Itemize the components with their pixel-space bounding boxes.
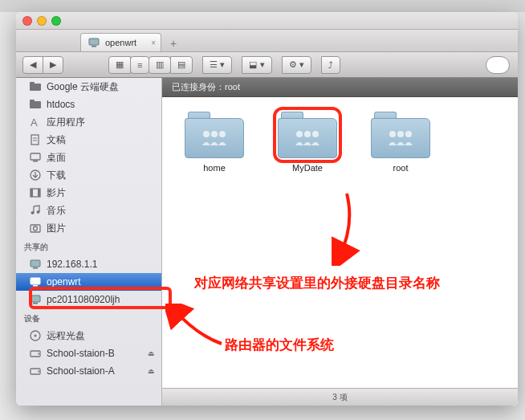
- sidebar: Google 云端硬盘htdocsA应用程序文稿桌面下载影片音乐图片 共享的 1…: [16, 78, 162, 406]
- shared-folder-icon: [185, 112, 244, 158]
- new-tab-button[interactable]: +: [165, 35, 182, 51]
- svg-point-40: [405, 131, 412, 137]
- svg-point-17: [37, 210, 40, 214]
- tab-close-icon[interactable]: ×: [151, 39, 156, 47]
- sidebar-item-label: 桌面: [47, 151, 66, 165]
- drive-icon: [29, 347, 42, 360]
- svg-rect-1: [92, 46, 96, 47]
- sidebar-item-label: School-staion-B: [47, 348, 115, 359]
- shared-folder-icon: [371, 112, 430, 158]
- svg-point-38: [389, 131, 396, 137]
- share-group: ⤴: [321, 56, 340, 74]
- dropbox-group: ⬓ ▾: [242, 56, 271, 74]
- svg-rect-7: [31, 135, 39, 145]
- sidebar-item-shared-1[interactable]: openwrt: [16, 273, 161, 291]
- arrange-button[interactable]: ☰ ▾: [202, 56, 232, 74]
- minimize-button[interactable]: [37, 16, 47, 26]
- sidebar-item-dev-2[interactable]: School-staion-A⏏: [16, 362, 161, 380]
- action-group: ⚙ ▾: [282, 56, 311, 74]
- folder-home[interactable]: home: [178, 112, 250, 173]
- share-button[interactable]: ⤴: [321, 56, 340, 74]
- svg-point-19: [34, 226, 38, 230]
- view-icon-button[interactable]: ▦: [108, 56, 131, 74]
- sidebar-item-fav-6[interactable]: 影片: [16, 184, 161, 202]
- svg-point-16: [31, 211, 35, 214]
- svg-point-29: [38, 353, 39, 355]
- svg-rect-24: [31, 296, 40, 302]
- monitor-icon: [29, 293, 42, 306]
- view-coverflow-button[interactable]: ▤: [170, 56, 193, 74]
- sidebar-item-fav-7[interactable]: 音乐: [16, 202, 161, 219]
- sidebar-item-fav-0[interactable]: Google 云端硬盘: [16, 78, 161, 96]
- svg-rect-15: [38, 189, 40, 197]
- sidebar-item-fav-2[interactable]: A应用程序: [16, 113, 161, 131]
- connection-infobar: 已连接身份：root: [162, 78, 518, 97]
- view-list-button[interactable]: ≡: [130, 56, 149, 74]
- svg-point-32: [203, 131, 210, 137]
- sidebar-item-shared-2[interactable]: pc2011080920ljh: [16, 291, 161, 308]
- sidebar-item-label: openwrt: [47, 276, 81, 287]
- folder-root[interactable]: root: [364, 112, 437, 173]
- zoom-button[interactable]: [51, 16, 61, 26]
- tab-label: openwrt: [105, 38, 136, 47]
- drive-icon: [29, 365, 42, 377]
- svg-rect-0: [89, 39, 99, 45]
- svg-text:A: A: [31, 116, 38, 128]
- sidebar-item-dev-1[interactable]: School-staion-B⏏: [16, 345, 161, 362]
- svg-point-36: [304, 131, 311, 137]
- svg-point-39: [397, 131, 404, 137]
- sidebar-item-fav-8[interactable]: 图片: [16, 219, 161, 237]
- sidebar-item-label: 远程光盘: [47, 329, 85, 343]
- sidebar-item-label: 影片: [47, 186, 66, 200]
- forward-button[interactable]: ▶: [43, 56, 63, 74]
- folder-MyDate[interactable]: MyDate: [271, 112, 344, 173]
- monitor-icon: [29, 258, 42, 271]
- svg-rect-11: [33, 161, 38, 162]
- sidebar-item-label: 192.168.1.1: [47, 259, 97, 270]
- eject-icon[interactable]: ⏏: [148, 349, 155, 357]
- svg-rect-25: [33, 303, 38, 304]
- svg-point-35: [296, 131, 303, 137]
- action-button[interactable]: ⚙ ▾: [282, 56, 311, 74]
- sidebar-item-fav-3[interactable]: 文稿: [16, 131, 161, 149]
- monitor-icon: [29, 275, 42, 288]
- sidebar-item-label: Google 云端硬盘: [47, 80, 119, 94]
- sidebar-item-label: htdocs: [47, 99, 75, 110]
- folder-icon: [29, 80, 42, 93]
- main-area: 已连接身份：root home MyDate root: [162, 78, 518, 406]
- sidebar-item-dev-0[interactable]: 远程光盘: [16, 327, 161, 345]
- sidebar-item-fav-4[interactable]: 桌面: [16, 149, 161, 166]
- sidebar-item-shared-0[interactable]: 192.168.1.1: [16, 255, 161, 273]
- sidebar-item-label: 音乐: [47, 204, 66, 218]
- tab-openwrt[interactable]: openwrt ×: [80, 33, 161, 51]
- svg-point-34: [219, 131, 226, 137]
- folder-label: MyDate: [292, 163, 323, 173]
- svg-rect-10: [31, 153, 40, 160]
- desktop-icon: [29, 151, 42, 164]
- eject-icon[interactable]: ⏏: [148, 367, 155, 375]
- photos-icon: [29, 222, 42, 234]
- close-button[interactable]: [22, 16, 32, 26]
- svg-rect-22: [31, 278, 40, 284]
- sidebar-item-fav-1[interactable]: htdocs: [16, 96, 161, 113]
- documents-icon: [29, 133, 42, 146]
- devices-section-head: 设备: [16, 308, 161, 327]
- arrange-group: ☰ ▾: [202, 56, 232, 74]
- tab-bar: openwrt × +: [16, 30, 518, 52]
- back-button[interactable]: ◀: [22, 56, 43, 74]
- svg-rect-21: [33, 267, 38, 269]
- titlebar: [16, 12, 518, 30]
- apps-icon: A: [29, 116, 42, 128]
- view-column-button[interactable]: ▥: [149, 56, 171, 74]
- search-input[interactable]: [486, 56, 510, 74]
- finder-window: openwrt × + ◀ ▶ ▦ ≡ ▥ ▤ ☰ ▾ ⬓ ▾ ⚙ ▾ ⤴: [16, 12, 518, 406]
- statusbar: 3 项: [162, 388, 518, 406]
- sidebar-item-label: School-staion-A: [47, 365, 115, 377]
- shared-folder-icon: [278, 112, 337, 158]
- svg-point-31: [38, 371, 39, 373]
- dropbox-button[interactable]: ⬓ ▾: [242, 56, 271, 74]
- view-buttons: ▦ ≡ ▥ ▤: [108, 56, 193, 74]
- folder-icon: [29, 98, 42, 111]
- sidebar-item-label: 下载: [47, 169, 66, 182]
- sidebar-item-fav-5[interactable]: 下载: [16, 166, 161, 184]
